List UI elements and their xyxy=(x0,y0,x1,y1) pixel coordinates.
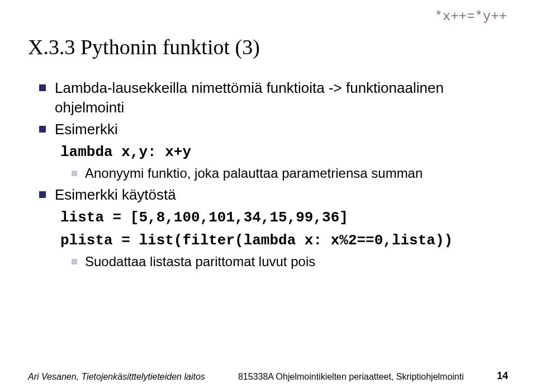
code-text: lambda x,y: x+y xyxy=(60,144,191,160)
square-bullet-icon xyxy=(72,259,77,265)
bullet-text: Esimerkki xyxy=(55,120,508,139)
code-text: plista = list(filter(lambda x: x%2==0,li… xyxy=(60,232,453,249)
slide-title: X.3.3 Pythonin funktiot (3) xyxy=(28,35,508,59)
slide-footer: Ari Vesanen, Tietojenkäsitttelytieteiden… xyxy=(0,370,536,382)
code-text: lista = [5,8,100,101,34,15,99,36] xyxy=(60,209,348,226)
square-bullet-icon xyxy=(39,84,46,91)
bullet-text: Esimerkki käytöstä xyxy=(55,185,508,205)
sub-bullet-item: Suodattaa listasta parittomat luvut pois xyxy=(39,253,508,271)
footer-page-number: 14 xyxy=(497,370,508,382)
bullet-item: Lambda-lausekkeilla nimettömiä funktioit… xyxy=(39,78,508,117)
square-bullet-icon xyxy=(72,171,77,176)
bullet-item: Esimerkki käytöstä xyxy=(39,185,508,205)
footer-course: 815338A Ohjelmointikielten periaatteet, … xyxy=(205,372,497,382)
bullet-text: Lambda-lausekkeilla nimettömiä funktioit… xyxy=(55,78,508,117)
corner-code-snippet: *x++=*y++ xyxy=(434,9,507,24)
slide: *x++=*y++ X.3.3 Pythonin funktiot (3) La… xyxy=(0,0,536,392)
sub-bullet-text: Suodattaa listasta parittomat luvut pois xyxy=(85,253,315,271)
code-line: plista = list(filter(lambda x: x%2==0,li… xyxy=(39,230,508,251)
bullet-item: Esimerkki xyxy=(39,120,508,139)
slide-content: Lambda-lausekkeilla nimettömiä funktioit… xyxy=(28,78,508,271)
square-bullet-icon xyxy=(39,191,46,198)
footer-author: Ari Vesanen, Tietojenkäsitttelytieteiden… xyxy=(28,372,205,382)
sub-bullet-item: Anonyymi funktio, joka palauttaa paramet… xyxy=(39,164,508,182)
sub-bullet-text: Anonyymi funktio, joka palauttaa paramet… xyxy=(85,164,423,182)
square-bullet-icon xyxy=(39,126,46,133)
code-line: lambda x,y: x+y xyxy=(39,141,508,162)
code-line: lista = [5,8,100,101,34,15,99,36] xyxy=(39,207,508,228)
